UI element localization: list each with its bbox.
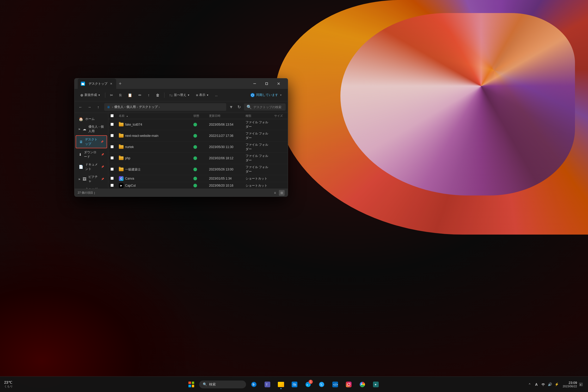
taskbar-bing[interactable]: b <box>248 379 260 390</box>
file-checkbox[interactable] <box>111 145 114 148</box>
sidebar-item-music[interactable]: 🎵 ミュージック 📌 <box>76 185 107 189</box>
taskbar-twitter[interactable]: 𝕏 <box>316 379 327 390</box>
taskbar-files[interactable] <box>275 379 287 390</box>
select-all-checkbox[interactable] <box>111 114 114 117</box>
date-header-label: 更新日時 <box>209 114 220 117</box>
tray-font-icon[interactable]: A <box>534 382 539 387</box>
sidebar-item-documents[interactable]: 📄 ドキュメント 📌 <box>76 161 107 173</box>
table-row[interactable]: 一級建築士 2023/05/26 13:00 ファイル フォルダー <box>108 164 288 175</box>
view-button[interactable]: ≡ 表示 ▼ <box>193 91 211 99</box>
minimize-button[interactable] <box>249 79 261 88</box>
tab-close-button[interactable]: ✕ <box>109 82 113 86</box>
sidebar-item-home[interactable]: 🏠 ホーム <box>76 115 107 123</box>
cursor-indicator: | <box>94 191 95 194</box>
delete-button[interactable]: 🗑 <box>153 91 162 99</box>
tray-battery-icon[interactable]: ⚡ <box>554 382 560 387</box>
weather-widget[interactable]: 23℃ くもり <box>4 380 13 388</box>
tray-wifi-icon[interactable] <box>540 382 546 387</box>
list-view-button[interactable]: ≡ <box>272 190 278 196</box>
cloud-icon: ☁ <box>83 127 86 131</box>
taskbar-unknown-app[interactable]: ✦ <box>370 379 382 390</box>
search-box[interactable]: 🔍 <box>244 103 286 111</box>
address-path[interactable]: 🖥 › 優生人 - 個人用 › デスクトップ › <box>104 103 226 111</box>
row-check[interactable] <box>108 145 117 149</box>
file-checkbox[interactable] <box>111 123 114 126</box>
row-check[interactable] <box>108 134 117 138</box>
svg-rect-1 <box>82 83 83 84</box>
file-name-text: next-react-website-main <box>125 134 158 138</box>
table-row[interactable]: fake_tcd074 2023/05/06 13:54 ファイル フォルダー <box>108 119 288 130</box>
file-name: fake_tcd074 <box>117 123 191 126</box>
path-part-cloud[interactable]: 優生人 - 個人用 <box>114 105 136 109</box>
taskbar-clock[interactable]: 23:09 2023/06/22 <box>563 381 577 388</box>
table-row[interactable]: ▶ CapCut 2023/06/20 10:16 ショートカット <box>108 182 288 189</box>
tray-arrow-icon[interactable]: ^ <box>527 382 532 387</box>
more-button[interactable]: ... <box>212 92 220 99</box>
taskbar-vscode[interactable]: </> <box>329 379 341 390</box>
close-button[interactable] <box>273 79 285 88</box>
maximize-button[interactable] <box>261 79 273 88</box>
tab-add-button[interactable]: + <box>116 80 124 88</box>
table-row[interactable]: next-react-website-main 2022/11/27 17:36… <box>108 130 288 142</box>
rename-button[interactable]: ✏ <box>136 91 144 99</box>
taskbar-chrome[interactable] <box>357 379 368 390</box>
row-check[interactable] <box>108 168 117 172</box>
sidebar-pictures-label: ピクチャ <box>88 175 99 183</box>
sync-button[interactable]: 同期しています ▼ <box>248 92 285 98</box>
taskbar-store[interactable]: 🛍 <box>289 379 300 390</box>
file-checkbox[interactable] <box>111 184 114 187</box>
svg-text:𝕏: 𝕏 <box>320 383 323 387</box>
sidebar-item-pictures[interactable]: ▶ 🖼 ピクチャ 📌 <box>76 173 107 185</box>
taskbar-edge[interactable]: e 1 <box>302 379 314 390</box>
start-button[interactable] <box>186 379 197 390</box>
col-name-header[interactable]: 名前 ▲ <box>117 114 191 118</box>
refresh-button[interactable]: ↻ <box>235 103 243 111</box>
clock-time: 23:09 <box>568 381 577 385</box>
row-check[interactable] <box>108 177 117 181</box>
table-row[interactable]: C Canva 2023/01/05 1:34 ショートカット <box>108 175 288 182</box>
up-button[interactable]: ↑ <box>94 103 102 111</box>
address-dropdown-button[interactable]: ▼ <box>228 104 234 110</box>
paste-button[interactable]: 📋 <box>125 91 135 99</box>
copy-button[interactable]: ⎘ <box>117 91 124 99</box>
explorer-tab[interactable]: デスクトップ ✕ <box>78 78 116 89</box>
row-check[interactable] <box>108 123 117 127</box>
forward-button[interactable]: → <box>85 103 93 111</box>
file-type: ファイル フォルダー <box>243 165 272 174</box>
search-input[interactable] <box>253 105 283 109</box>
sidebar-item-desktop[interactable]: 🖥 デスクトップ 📌 <box>76 135 107 148</box>
taskbar-center: 🔍 検索 b T 🛍 <box>56 379 511 390</box>
file-checkbox[interactable] <box>111 134 114 137</box>
row-check[interactable] <box>108 184 117 188</box>
share-button[interactable]: ↑ <box>145 91 152 99</box>
notification-button[interactable]: 4 <box>578 382 584 387</box>
cut-button[interactable]: ✂ <box>107 91 116 99</box>
sidebar-item-downloads[interactable]: ⬇ ダウンロード 📌 <box>76 149 107 161</box>
grid-view-button[interactable]: ⊞ <box>279 190 285 196</box>
row-check[interactable] <box>108 156 117 160</box>
file-checkbox[interactable] <box>111 156 114 160</box>
twitter-icon: 𝕏 <box>319 382 324 387</box>
path-sep-2: › <box>159 105 160 109</box>
taskbar-instagram[interactable] <box>343 379 354 390</box>
toolbar: ⊕ 新規作成 ▼ ✂ ⎘ 📋 ✏ ↑ 🗑 ↑↓ 並べ替え ▼ <box>75 89 288 101</box>
store-icon: 🛍 <box>292 382 297 387</box>
table-row[interactable]: php 2023/02/06 18:12 ファイル フォルダー <box>108 153 288 164</box>
taskbar-search-label: 検索 <box>209 382 216 387</box>
taskbar-search[interactable]: 🔍 検索 <box>199 381 246 388</box>
path-part-desktop[interactable]: デスクトップ <box>139 105 158 109</box>
back-button[interactable]: ← <box>77 103 84 111</box>
files-icon <box>278 382 284 387</box>
status-bar: 27 個の項目 | ≡ ⊞ <box>75 189 288 197</box>
col-check-header[interactable] <box>108 114 117 118</box>
tray-volume-icon[interactable]: 🔊 <box>547 382 553 387</box>
sync-icon <box>250 93 255 97</box>
taskbar-teams[interactable]: T <box>262 379 273 390</box>
new-button[interactable]: ⊕ 新規作成 ▼ <box>78 91 103 99</box>
file-checkbox[interactable] <box>111 168 114 171</box>
file-checkbox[interactable] <box>111 177 114 180</box>
file-status <box>191 156 207 160</box>
sidebar-item-cloud[interactable]: ▶ ☁ 優生人 - 個人用 <box>76 123 107 135</box>
sort-button[interactable]: ↑↓ 並べ替え ▼ <box>167 91 192 99</box>
table-row[interactable]: nurtek 2023/05/30 11:30 ファイル フォルダー <box>108 142 288 153</box>
